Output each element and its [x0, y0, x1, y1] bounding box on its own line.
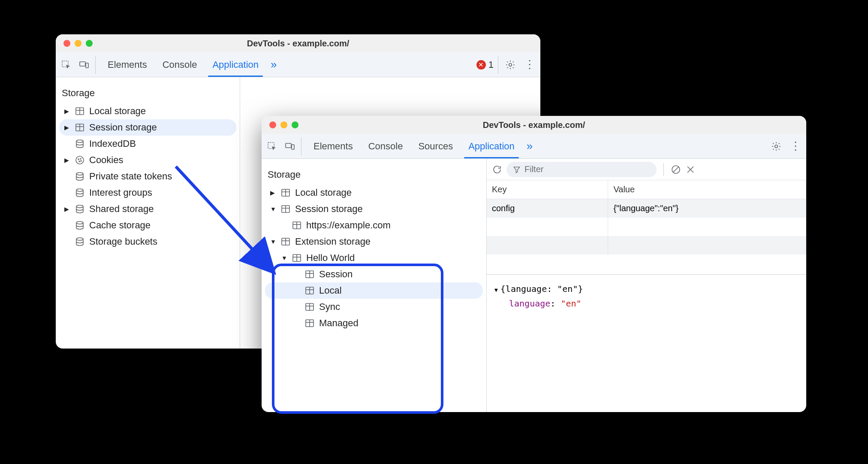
label: Private state tokens — [89, 171, 172, 182]
titlebar: DevTools - example.com/ — [262, 116, 806, 134]
tree-extension-storage[interactable]: Extension storage — [265, 234, 483, 250]
storage-header: Storage — [59, 85, 236, 103]
col-value[interactable]: Value — [608, 180, 806, 199]
storage-header: Storage — [265, 167, 483, 185]
label: Local storage — [89, 106, 146, 117]
detail-toolbar: Filter — [487, 159, 806, 180]
filter-input[interactable]: Filter — [506, 162, 657, 177]
device-toggle-icon[interactable] — [285, 141, 295, 152]
label: Session — [319, 269, 353, 280]
minimize-dot[interactable] — [75, 40, 81, 47]
tab-console[interactable]: Console — [362, 134, 410, 158]
database-icon — [75, 220, 85, 230]
error-badge[interactable]: ✕ 1 — [472, 56, 498, 73]
error-icon: ✕ — [476, 60, 486, 70]
tree-cache-storage[interactable]: Cache storage — [59, 217, 236, 234]
tree-ext-local[interactable]: Local — [265, 282, 483, 299]
tab-elements[interactable]: Elements — [307, 134, 360, 158]
label: https://example.com — [306, 220, 391, 231]
delete-icon[interactable] — [685, 164, 696, 175]
label: Extension storage — [295, 236, 371, 247]
label: Storage buckets — [89, 236, 157, 247]
expand-icon — [64, 206, 70, 212]
expand-icon — [64, 108, 70, 115]
table-icon — [304, 285, 315, 296]
table-icon — [292, 220, 302, 230]
application-sidebar: Storage Local storage Session storage In… — [56, 77, 240, 349]
inspect-icon[interactable] — [267, 141, 277, 152]
tree-ext-sync[interactable]: Sync — [265, 299, 483, 315]
database-icon — [75, 139, 85, 149]
gear-icon[interactable] — [771, 141, 781, 152]
tree-local-storage[interactable]: Local storage — [59, 103, 236, 119]
zoom-dot[interactable] — [292, 121, 298, 128]
database-icon — [75, 204, 85, 214]
tab-console[interactable]: Console — [156, 52, 204, 77]
label: Local storage — [295, 187, 352, 198]
table-icon — [304, 269, 315, 279]
kebab-icon[interactable]: ⋮ — [790, 140, 801, 153]
collapse-icon — [270, 206, 276, 212]
table-icon — [75, 106, 85, 116]
tree-hello-world[interactable]: Hello World — [265, 250, 483, 266]
preview-key: language — [509, 298, 550, 309]
label: Shared storage — [89, 203, 154, 215]
expand-icon — [64, 157, 70, 164]
close-dot[interactable] — [63, 40, 70, 47]
tree-indexeddb[interactable]: IndexedDB — [59, 136, 236, 152]
database-icon — [75, 237, 85, 247]
table-icon — [280, 188, 291, 198]
kebab-icon[interactable]: ⋮ — [524, 58, 535, 71]
clear-all-icon[interactable] — [671, 164, 681, 175]
tab-sources[interactable]: Sources — [411, 134, 460, 158]
preview-value: "en" — [561, 298, 581, 309]
preview-line-2[interactable]: language: "en" — [494, 296, 799, 311]
tree-ext-managed[interactable]: Managed — [265, 315, 483, 331]
table-icon — [304, 302, 315, 312]
tree-shared-storage[interactable]: Shared storage — [59, 201, 236, 217]
tree-session-storage[interactable]: Session storage — [59, 119, 236, 136]
tree-private-tokens[interactable]: Private state tokens — [59, 168, 236, 185]
inspect-icon[interactable] — [61, 60, 71, 70]
table-row-empty[interactable] — [487, 236, 806, 255]
window-title: DevTools - example.com/ — [56, 39, 540, 49]
gear-icon[interactable] — [505, 60, 515, 70]
minimize-dot[interactable] — [280, 121, 287, 128]
window-title: DevTools - example.com/ — [262, 120, 806, 130]
label: Managed — [319, 318, 359, 329]
label: Interest groups — [89, 187, 152, 198]
tree-local-storage[interactable]: Local storage — [265, 185, 483, 201]
application-sidebar: Storage Local storage Session storage ht… — [262, 159, 487, 412]
label: Session storage — [295, 203, 363, 215]
label: Sync — [319, 301, 340, 312]
table-row-empty[interactable] — [487, 218, 806, 236]
collapse-icon — [281, 255, 287, 261]
refresh-icon[interactable] — [492, 164, 502, 175]
cookie-icon — [75, 155, 85, 165]
preview-line-1[interactable]: ▼{language: "en"} — [494, 282, 799, 296]
tree-session-origin[interactable]: https://example.com — [265, 217, 483, 234]
tab-elements[interactable]: Elements — [101, 52, 154, 77]
funnel-icon — [512, 165, 521, 174]
filter-placeholder: Filter — [524, 164, 543, 174]
more-tabs-icon[interactable]: » — [267, 58, 280, 71]
value-preview: ▼{language: "en"} language: "en" — [487, 275, 806, 318]
tree-session-storage[interactable]: Session storage — [265, 201, 483, 217]
table-icon — [280, 237, 291, 247]
error-count: 1 — [488, 59, 494, 70]
table-row[interactable]: config {"language":"en"} — [487, 199, 806, 218]
close-dot[interactable] — [269, 121, 276, 128]
titlebar: DevTools - example.com/ — [56, 34, 540, 52]
tree-ext-session[interactable]: Session — [265, 266, 483, 282]
tab-application[interactable]: Application — [461, 134, 521, 158]
zoom-dot[interactable] — [86, 40, 93, 47]
col-key[interactable]: Key — [487, 180, 608, 199]
device-toggle-icon[interactable] — [79, 60, 89, 70]
tab-application[interactable]: Application — [205, 52, 265, 77]
tree-storage-buckets[interactable]: Storage buckets — [59, 234, 236, 250]
more-tabs-icon[interactable]: » — [523, 140, 536, 153]
label: IndexedDB — [89, 138, 136, 149]
tree-cookies[interactable]: Cookies — [59, 152, 236, 168]
tree-interest-groups[interactable]: Interest groups — [59, 185, 236, 201]
label: Cookies — [89, 155, 123, 166]
